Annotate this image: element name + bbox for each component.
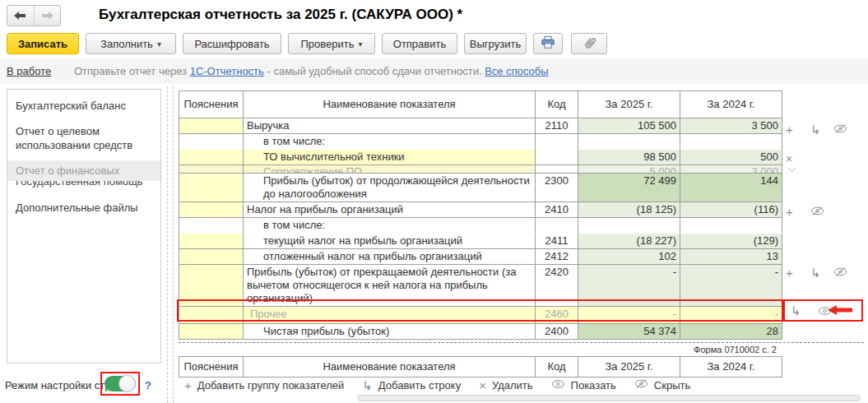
explanations-cell[interactable] <box>179 234 244 249</box>
export-button[interactable]: Выгрузить <box>464 33 527 54</box>
explanations-cell[interactable] <box>179 165 244 174</box>
explanations-cell[interactable] <box>179 150 244 165</box>
command-show[interactable]: Показать <box>551 379 616 391</box>
link-1c-reporting[interactable]: 1С-Отчетность <box>190 65 264 77</box>
add-group-icon[interactable]: + <box>786 123 793 136</box>
code-cell[interactable]: 2400 <box>536 324 578 340</box>
value-2025-cell[interactable]: 102 <box>578 249 680 265</box>
horizontal-scrollbar[interactable] <box>357 395 861 401</box>
explanations-cell[interactable] <box>179 134 244 150</box>
hide-icon[interactable] <box>810 206 824 216</box>
value-2025-cell[interactable]: 54 374 <box>578 324 680 340</box>
explanations-cell[interactable] <box>179 218 244 234</box>
value-2025-cell[interactable]: (18 125) <box>578 202 680 218</box>
value-2024-cell[interactable]: 3 500 <box>680 118 782 134</box>
value-2025-cell[interactable]: - <box>578 265 680 307</box>
name-cell[interactable]: Налог на прибыль организаций <box>244 202 536 218</box>
value-2025-cell[interactable]: 5 000 <box>578 165 680 174</box>
value-2024-cell[interactable] <box>680 218 782 234</box>
name-cell[interactable]: Прибыль (убыток) от прекращаемой деятель… <box>244 265 536 307</box>
explanations-cell[interactable] <box>179 249 244 265</box>
sidebar-item-extra-files[interactable]: Дополнительные файлы <box>7 199 160 216</box>
code-cell[interactable] <box>536 165 578 174</box>
name-cell[interactable]: ТО вычислительной техники <box>244 150 536 165</box>
command-delete[interactable]: × Удалить <box>479 379 532 391</box>
code-cell[interactable]: 2110 <box>536 118 578 134</box>
value-2025-cell[interactable] <box>578 218 680 234</box>
forward-button[interactable] <box>34 6 61 25</box>
hide-icon[interactable] <box>833 123 847 134</box>
row-mode-toggle[interactable] <box>104 376 136 391</box>
name-cell[interactable]: Прибыль (убыток) от продолжающейся деяте… <box>244 174 536 202</box>
add-row-icon[interactable]: ↳ <box>791 304 801 317</box>
sidebar-item-target-funds[interactable]: Отчет о целевом использовании средств <box>7 123 160 154</box>
name-cell[interactable]: в том числе: <box>244 134 536 150</box>
value-2024-cell[interactable]: 500 <box>680 150 782 165</box>
show-icon[interactable] <box>818 306 832 316</box>
hide-icon[interactable] <box>833 266 847 277</box>
explanations-cell[interactable] <box>179 307 244 324</box>
sidebar-item-financial-results[interactable]: Отчет о финансовых <box>7 160 160 181</box>
value-2025-cell[interactable]: 72 499 <box>578 174 680 202</box>
link-all-methods[interactable]: Все способы <box>485 65 548 77</box>
command-add-row[interactable]: ↳ Добавить строку <box>362 379 461 391</box>
add-group-icon[interactable]: + <box>786 266 793 279</box>
value-2024-cell[interactable]: 3 000 <box>680 165 782 174</box>
name-cell[interactable]: Прочее <box>244 307 536 324</box>
code-cell[interactable] <box>536 218 578 234</box>
name-cell[interactable]: в том числе: <box>244 218 536 234</box>
value-2025-cell[interactable]: (18 227) <box>578 234 680 249</box>
add-row-icon[interactable]: ↳ <box>810 266 821 279</box>
attach-button[interactable] <box>571 33 607 54</box>
print-button[interactable] <box>533 33 563 54</box>
value-2025-cell[interactable] <box>578 134 680 150</box>
value-2024-cell[interactable] <box>680 134 782 150</box>
code-cell[interactable]: 2300 <box>536 174 578 202</box>
explanations-cell[interactable] <box>179 324 244 340</box>
help-icon[interactable]: ? <box>145 379 151 391</box>
decipher-button[interactable]: Расшифровать <box>183 33 281 54</box>
sidebar-item-balance[interactable]: Бухгалтерский баланс <box>7 97 160 114</box>
send-button[interactable]: Отправить <box>382 33 457 54</box>
name-cell[interactable]: Чистая прибыль (убыток) <box>244 324 536 340</box>
value-2024-cell[interactable]: 28 <box>680 324 782 340</box>
code-cell[interactable] <box>536 150 578 165</box>
code-cell[interactable]: 2420 <box>536 265 578 307</box>
code-cell[interactable]: 2460 <box>536 307 578 324</box>
back-button[interactable] <box>7 6 34 25</box>
code-cell[interactable]: 2410 <box>536 202 578 218</box>
status-badge[interactable]: В работе <box>7 65 51 77</box>
value-2024-cell[interactable]: - <box>680 265 782 307</box>
value-2025-cell[interactable]: - <box>578 307 680 324</box>
chevron-down-icon[interactable] <box>787 167 796 173</box>
panel-splitter[interactable] <box>173 86 174 403</box>
save-button[interactable]: Записать <box>7 33 79 54</box>
explanations-cell[interactable] <box>179 202 244 218</box>
explanations-cell[interactable] <box>179 265 244 307</box>
sidebar-item-state-aid[interactable]: Государственная помощь <box>7 181 160 189</box>
command-hide[interactable]: Скрыть <box>634 378 690 391</box>
name-cell[interactable]: отложенный налог на прибыль организаций <box>244 249 536 265</box>
value-2024-cell[interactable]: (129) <box>680 234 782 249</box>
command-add-group[interactable]: + Добавить группу показателей <box>184 379 344 391</box>
explanations-cell[interactable] <box>179 118 244 134</box>
delete-icon[interactable]: × <box>786 153 792 165</box>
value-2025-cell[interactable]: 98 500 <box>578 150 680 165</box>
name-cell[interactable]: Выручка <box>244 118 536 134</box>
add-group-icon[interactable]: + <box>786 206 793 218</box>
check-button[interactable]: Проверить ▾ <box>288 33 375 54</box>
name-cell[interactable]: Сопровождение ПО <box>244 165 536 174</box>
name-cell[interactable]: текущий налог на прибыль организаций <box>244 234 536 249</box>
value-2024-cell[interactable]: (116) <box>680 202 782 218</box>
value-2024-cell[interactable]: - <box>680 307 782 324</box>
code-cell[interactable]: 2412 <box>536 249 578 265</box>
code-cell[interactable] <box>536 134 578 150</box>
value-2025-cell[interactable]: 105 500 <box>578 118 680 134</box>
code-cell[interactable]: 2411 <box>536 234 578 249</box>
add-row-icon[interactable]: ↳ <box>810 123 821 136</box>
value-2024-cell[interactable]: 13 <box>680 249 782 265</box>
fill-button[interactable]: Заполнить ▾ <box>86 33 176 54</box>
value-2024-cell[interactable]: 144 <box>680 174 782 202</box>
panel-splitter[interactable] <box>167 86 168 403</box>
explanations-cell[interactable] <box>179 174 244 202</box>
